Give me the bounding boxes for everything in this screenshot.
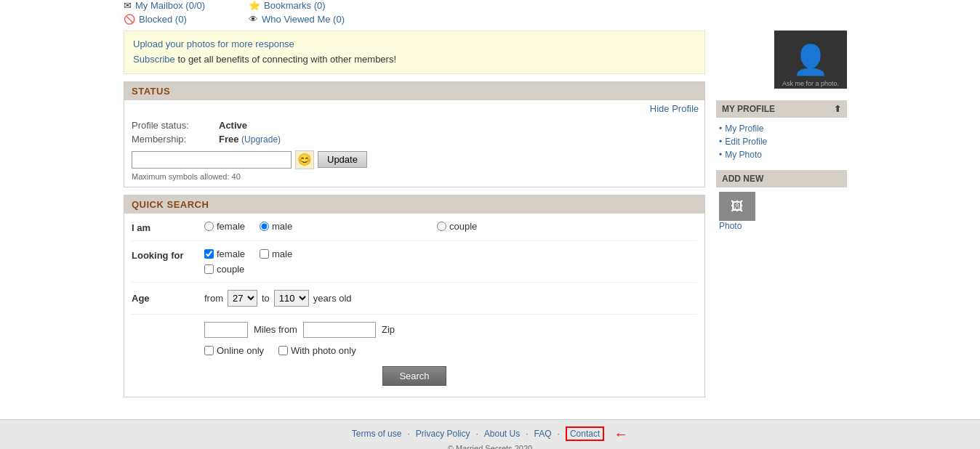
online-only-option[interactable]: Online only xyxy=(204,345,264,356)
i-am-label: I am xyxy=(132,221,204,233)
update-button[interactable]: Update xyxy=(318,151,367,168)
to-label: to xyxy=(262,293,270,304)
hide-profile-link[interactable]: Hide Profile xyxy=(650,103,699,114)
about-link[interactable]: About Us xyxy=(484,429,520,439)
looking-male-check[interactable] xyxy=(260,249,269,259)
copyright-text: © Married Secrets 2020 xyxy=(0,444,980,449)
quick-search-header: QUICK SEARCH xyxy=(124,195,704,214)
age-to-select[interactable]: 110 100 90 xyxy=(274,290,309,307)
status-header: STATUS xyxy=(124,82,704,100)
my-profile-link[interactable]: My Profile xyxy=(725,124,763,134)
status-section: STATUS Hide Profile Profile status: Acti… xyxy=(124,81,705,187)
age-label: Age xyxy=(132,293,204,304)
looking-female-check[interactable] xyxy=(204,249,214,259)
footer: Terms of use · Privacy Policy · About Us… xyxy=(0,419,980,449)
looking-female-option[interactable]: female xyxy=(204,248,245,259)
my-profile-link-item[interactable]: My Profile xyxy=(719,122,847,135)
bookmarks-icon: ⭐ xyxy=(249,0,260,11)
blocked-icon: 🚫 xyxy=(124,14,135,25)
status-input[interactable] xyxy=(132,151,292,169)
age-from-select[interactable]: 27 28 30 35 xyxy=(228,290,257,307)
subscribe-link[interactable]: Subscribe xyxy=(133,54,175,65)
membership-label: Membership: xyxy=(132,134,219,145)
add-photo-thumb[interactable]: 🖼 xyxy=(719,192,755,221)
from-label: from xyxy=(204,293,223,304)
looking-couple-check[interactable] xyxy=(204,264,214,274)
faq-link[interactable]: FAQ xyxy=(534,429,552,439)
emoji-button[interactable]: 😊 xyxy=(295,150,314,169)
gender-couple-option[interactable]: couple xyxy=(437,221,477,232)
add-new-header: ADD NEW xyxy=(716,170,847,187)
miles-input[interactable] xyxy=(204,322,248,338)
with-photo-only-option[interactable]: With photo only xyxy=(278,345,356,356)
edit-profile-link-item[interactable]: Edit Profile xyxy=(719,135,847,148)
notice-box: Upload your photos for more response Sub… xyxy=(124,31,705,74)
gender-male-radio[interactable] xyxy=(260,222,269,231)
who-viewed-nav-item[interactable]: 👁 Who Viewed Me (0) xyxy=(249,14,345,25)
photo-prompt: Ask me for a photo. xyxy=(774,80,847,87)
nav-col-2: ⭐ Bookmarks (0) 👁 Who Viewed Me (0) xyxy=(249,0,345,25)
gender-female-option[interactable]: female xyxy=(204,221,245,232)
membership-value: Free (Upgrade) xyxy=(219,134,281,145)
profile-status-label: Profile status: xyxy=(132,120,219,131)
gender-couple-radio[interactable] xyxy=(437,222,446,231)
quick-search-section: QUICK SEARCH I am female xyxy=(124,195,705,397)
who-viewed-link[interactable]: Who Viewed Me (0) xyxy=(262,14,345,25)
years-old-text: years old xyxy=(313,293,352,304)
mailbox-icon: ✉ xyxy=(124,0,132,11)
looking-male-option[interactable]: male xyxy=(260,248,292,259)
right-sidebar: 👤 Ask me for a photo. MY PROFILE ⬆ My Pr… xyxy=(716,31,847,405)
profile-silhouette: 👤 xyxy=(792,43,829,77)
blocked-link[interactable]: Blocked (0) xyxy=(139,14,187,25)
blocked-nav-item[interactable]: 🚫 Blocked (0) xyxy=(124,14,205,25)
privacy-link[interactable]: Privacy Policy xyxy=(416,429,470,439)
looking-couple-option[interactable]: couple xyxy=(204,264,292,275)
max-symbols-text: Maximum symbols allowed: 40 xyxy=(132,172,697,181)
add-new-section: ADD NEW 🖼 Photo xyxy=(716,170,847,231)
add-photo-label[interactable]: Photo xyxy=(719,221,742,231)
with-photo-only-label: With photo only xyxy=(291,345,356,356)
arrow-indicator: ← xyxy=(614,426,628,442)
my-photo-link[interactable]: My Photo xyxy=(725,150,762,160)
add-photo-link[interactable]: Photo xyxy=(719,221,742,231)
footer-links: Terms of use · Privacy Policy · About Us… xyxy=(0,426,980,442)
upload-photos-link[interactable]: Upload your photos for more response xyxy=(133,39,294,49)
mailbox-nav-item[interactable]: ✉ My Mailbox (0/0) xyxy=(124,0,205,11)
profile-status-value: Active xyxy=(219,120,247,131)
gender-female-radio[interactable] xyxy=(204,222,214,231)
edit-profile-link[interactable]: Edit Profile xyxy=(725,137,767,147)
collapse-icon[interactable]: ⬆ xyxy=(834,104,841,114)
online-only-check[interactable] xyxy=(204,346,214,355)
bookmarks-nav-item[interactable]: ⭐ Bookmarks (0) xyxy=(249,0,345,11)
age-range: from 27 28 30 35 to 110 100 9 xyxy=(204,290,352,307)
bookmarks-link[interactable]: Bookmarks (0) xyxy=(264,0,326,11)
center-content: Upload your photos for more response Sub… xyxy=(124,31,705,405)
my-photo-link-item[interactable]: My Photo xyxy=(719,148,847,161)
my-profile-sidebar-header: MY PROFILE ⬆ xyxy=(716,100,847,118)
profile-photo-box: 👤 Ask me for a photo. xyxy=(774,31,847,89)
subscribe-text: to get all benefits of connecting with o… xyxy=(177,54,396,65)
mailbox-link[interactable]: My Mailbox (0/0) xyxy=(135,0,205,11)
gender-male-option[interactable]: male xyxy=(260,221,292,232)
contact-link[interactable]: Contact xyxy=(566,426,604,441)
online-only-label: Online only xyxy=(217,345,264,356)
upgrade-link[interactable]: (Upgrade) xyxy=(241,134,281,145)
nav-col-1: ✉ My Mailbox (0/0) 🚫 Blocked (0) xyxy=(124,0,205,25)
zip-label: Zip xyxy=(382,324,395,335)
my-profile-sidebar-links: My Profile Edit Profile My Photo xyxy=(716,119,847,164)
gender-options: female male couple xyxy=(204,221,477,232)
miles-from-label: Miles from xyxy=(254,324,297,335)
photo-thumb-icon: 🖼 xyxy=(731,199,744,214)
terms-link[interactable]: Terms of use xyxy=(352,429,402,439)
zip-input[interactable] xyxy=(303,322,376,338)
search-button[interactable]: Search xyxy=(382,366,446,386)
who-viewed-icon: 👁 xyxy=(249,14,258,25)
looking-for-label: Looking for xyxy=(132,248,204,261)
with-photo-only-check[interactable] xyxy=(278,346,288,355)
looking-for-options: female male couple xyxy=(204,248,292,275)
